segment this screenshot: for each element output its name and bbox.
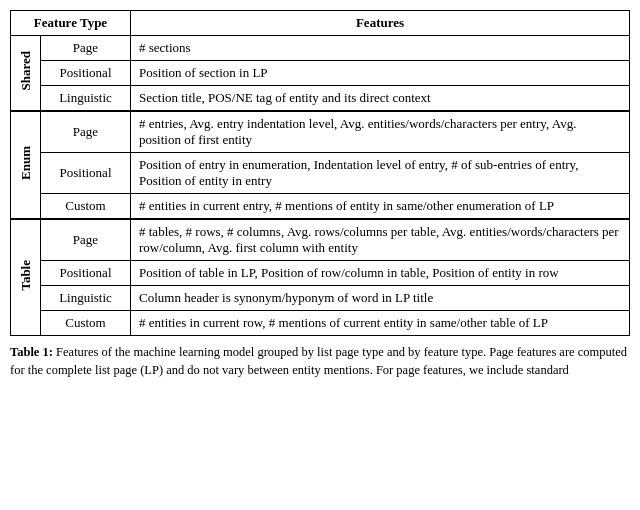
features-cell: Section title, POS/NE tag of entity and … xyxy=(131,86,630,112)
feature-type-cell: Linguistic xyxy=(41,286,131,311)
group-label-table: Table xyxy=(11,219,41,336)
features-cell: # entities in current row, # mentions of… xyxy=(131,311,630,336)
feature-type-cell: Positional xyxy=(41,153,131,194)
feature-type-cell: Positional xyxy=(41,261,131,286)
group-rotated-text: Table xyxy=(18,260,34,291)
caption-text: Features of the machine learning model g… xyxy=(10,345,627,377)
table-caption: Table 1: Features of the machine learnin… xyxy=(10,344,630,379)
caption-label: Table 1: xyxy=(10,345,53,359)
feature-type-cell: Custom xyxy=(41,311,131,336)
feature-type-cell: Page xyxy=(41,219,131,261)
features-cell: Position of table in LP, Position of row… xyxy=(131,261,630,286)
feature-type-cell: Positional xyxy=(41,61,131,86)
features-cell: Position of entry in enumeration, Indent… xyxy=(131,153,630,194)
features-cell: # sections xyxy=(131,36,630,61)
group-rotated-text: Shared xyxy=(18,51,34,91)
header-feature-type: Feature Type xyxy=(11,11,131,36)
features-cell: # entities in current entry, # mentions … xyxy=(131,194,630,220)
header-features: Features xyxy=(131,11,630,36)
features-cell: Position of section in LP xyxy=(131,61,630,86)
features-cell: # tables, # rows, # columns, Avg. rows/c… xyxy=(131,219,630,261)
group-label-shared: Shared xyxy=(11,36,41,112)
feature-type-cell: Page xyxy=(41,111,131,153)
group-rotated-text: Enum xyxy=(18,146,34,180)
feature-type-cell: Custom xyxy=(41,194,131,220)
feature-type-cell: Page xyxy=(41,36,131,61)
feature-table: Feature Type Features SharedPage# sectio… xyxy=(10,10,630,336)
features-cell: # entries, Avg. entry indentation level,… xyxy=(131,111,630,153)
group-label-enum: Enum xyxy=(11,111,41,219)
feature-type-cell: Linguistic xyxy=(41,86,131,112)
features-cell: Column header is synonym/hyponym of word… xyxy=(131,286,630,311)
